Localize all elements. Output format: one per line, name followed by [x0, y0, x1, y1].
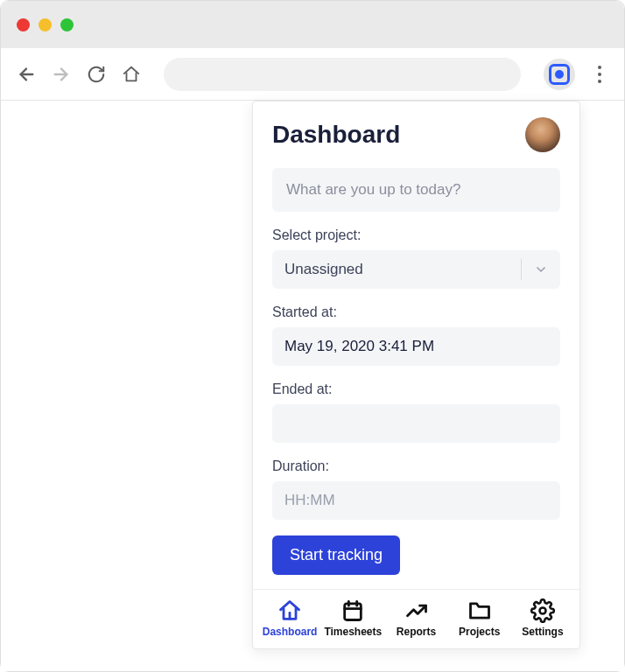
svg-rect-2 [345, 604, 362, 620]
tab-dashboard[interactable]: Dashboard [258, 598, 321, 638]
gear-icon [530, 598, 555, 623]
popup-header: Dashboard [272, 117, 560, 152]
window-close-button[interactable] [17, 18, 30, 32]
chevron-down-icon [534, 262, 548, 276]
window-maximize-button[interactable] [60, 18, 74, 32]
tab-projects[interactable]: Projects [448, 598, 511, 638]
extension-icon [549, 64, 570, 85]
home-icon [122, 65, 141, 84]
calendar-icon [341, 598, 365, 623]
arrow-left-icon [17, 65, 36, 84]
project-selected-value: Unassigned [284, 261, 363, 278]
duration-input[interactable] [272, 481, 560, 520]
folder-icon [467, 598, 492, 623]
tab-label: Projects [459, 626, 500, 638]
home-icon [277, 598, 302, 623]
tab-reports[interactable]: Reports [384, 598, 447, 638]
home-button[interactable] [122, 65, 141, 84]
chart-icon [404, 598, 429, 623]
window-minimize-button[interactable] [39, 18, 52, 32]
window-titlebar [1, 1, 624, 48]
svg-point-6 [539, 608, 545, 614]
back-button[interactable] [17, 65, 36, 84]
started-at-input[interactable] [272, 327, 560, 366]
ended-at-input[interactable] [272, 404, 560, 443]
avatar[interactable] [525, 117, 560, 152]
tab-bar: Dashboard Timesheets Reports Projects Se… [253, 589, 579, 648]
extension-popup: Dashboard Select project: Unassigned Sta… [252, 101, 580, 649]
browser-window: Dashboard Select project: Unassigned Sta… [0, 0, 625, 672]
duration-label: Duration: [272, 458, 560, 474]
forward-button[interactable] [52, 65, 71, 84]
tab-timesheets[interactable]: Timesheets [321, 598, 384, 638]
ended-label: Ended at: [272, 382, 560, 397]
task-input[interactable] [272, 168, 560, 212]
tab-label: Settings [522, 626, 563, 638]
browser-menu-button[interactable] [591, 60, 608, 88]
tab-label: Reports [397, 626, 436, 638]
arrow-right-icon [52, 65, 71, 84]
tab-label: Dashboard [263, 626, 318, 638]
tab-label: Timesheets [324, 626, 382, 638]
popup-title: Dashboard [272, 121, 400, 149]
project-label: Select project: [272, 228, 560, 243]
tab-settings[interactable]: Settings [511, 598, 574, 638]
address-bar[interactable] [164, 58, 521, 91]
select-divider [521, 259, 522, 280]
project-select[interactable]: Unassigned [272, 250, 560, 289]
browser-content: Dashboard Select project: Unassigned Sta… [1, 101, 624, 671]
start-tracking-button[interactable]: Start tracking [272, 536, 400, 575]
browser-toolbar [1, 48, 624, 101]
reload-button[interactable] [87, 65, 106, 84]
reload-icon [87, 65, 106, 84]
started-label: Started at: [272, 304, 560, 320]
extension-button[interactable] [544, 59, 575, 90]
